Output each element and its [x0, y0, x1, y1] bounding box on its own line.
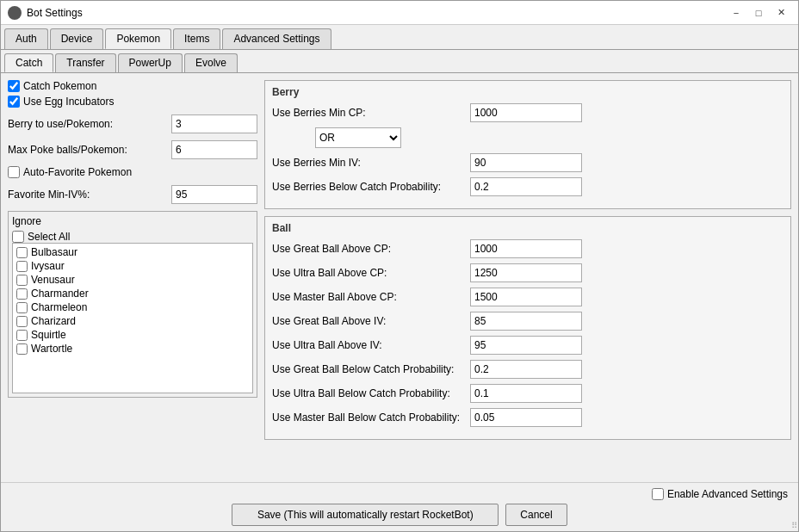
use-berries-min-cp-row: Use Berries Min CP: — [272, 103, 784, 122]
ball-field-input[interactable] — [470, 312, 582, 331]
use-egg-incubators-row: Use Egg Incubators — [8, 96, 257, 108]
tab-transfer[interactable]: Transfer — [55, 53, 115, 72]
enable-advanced-checkbox[interactable] — [652, 488, 664, 500]
bottom-bar: Enable Advanced Settings Save (This will… — [1, 482, 798, 531]
pokemon-checkbox[interactable] — [16, 261, 28, 272]
use-berries-min-cp-input[interactable] — [470, 103, 582, 122]
pokemon-list-inner: BulbasaurIvysaurVenusaurCharmanderCharme… — [13, 244, 252, 357]
tab-catch[interactable]: Catch — [4, 53, 53, 72]
pokemon-checkbox[interactable] — [16, 330, 28, 341]
catch-pokemon-row: Catch Pokemon — [8, 80, 257, 92]
maximize-button[interactable]: □ — [748, 5, 769, 21]
ball-field-row: Use Ultra Ball Below Catch Probability: — [272, 384, 784, 403]
pokemon-checkbox[interactable] — [16, 275, 28, 286]
select-all-label: Select All — [28, 231, 70, 243]
berry-label: Berry to use/Pokemon: — [8, 118, 113, 130]
ball-field-row: Use Ultra Ball Above CP: — [272, 263, 784, 282]
ball-field-input[interactable] — [470, 288, 582, 306]
pokemon-checkbox[interactable] — [16, 302, 28, 313]
max-pokeballs-row: Max Poke balls/Pokemon: — [8, 140, 257, 159]
minimize-button[interactable]: − — [726, 5, 746, 21]
berry-input[interactable] — [171, 114, 257, 133]
ball-field-input[interactable] — [470, 239, 582, 258]
pokemon-name: Wartortle — [31, 343, 72, 355]
ball-field-label: Use Great Ball Below Catch Probability: — [272, 363, 470, 375]
enable-advanced-row: Enable Advanced Settings — [652, 488, 788, 500]
ignore-group: Ignore Select All BulbasaurIvysaurVenusa… — [8, 211, 257, 398]
use-berries-min-iv-row: Use Berries Min IV: — [272, 153, 784, 172]
max-pokeballs-label: Max Poke balls/Pokemon: — [8, 144, 127, 156]
catch-pokemon-label: Catch Pokemon — [23, 80, 96, 92]
ball-field-row: Use Great Ball Above CP: — [272, 239, 784, 258]
pokemon-item: Charmander — [15, 287, 251, 300]
ball-field-row: Use Master Ball Below Catch Probability: — [272, 408, 784, 427]
tab-advanced[interactable]: Advanced Settings — [222, 28, 331, 49]
save-button[interactable]: Save (This will automatically restart Ro… — [232, 504, 499, 526]
ball-field-row: Use Ultra Ball Above IV: — [272, 336, 784, 355]
sub-tab-bar: Catch Transfer PowerUp Evolve — [1, 50, 798, 73]
ball-field-label: Use Ultra Ball Above IV: — [272, 339, 470, 351]
bottom-row1: Enable Advanced Settings — [11, 488, 788, 500]
ball-field-input[interactable] — [470, 336, 582, 355]
tab-items[interactable]: Items — [173, 28, 220, 49]
ball-field-row: Use Master Ball Above CP: — [272, 288, 784, 306]
tab-powerup[interactable]: PowerUp — [118, 53, 183, 72]
pokemon-item: Charmeleon — [15, 300, 251, 314]
left-panel: Catch Pokemon Use Egg Incubators Berry t… — [8, 80, 257, 475]
main-window: Bot Settings − □ ✕ Auth Device Pokemon I… — [0, 0, 799, 532]
ball-field-input[interactable] — [470, 408, 582, 427]
pokemon-item: Squirtle — [15, 328, 251, 342]
resize-handle[interactable]: ⠿ — [791, 521, 797, 530]
content-area: Catch Pokemon Use Egg Incubators Berry t… — [1, 73, 798, 482]
pokemon-name: Bulbasaur — [31, 246, 77, 258]
use-berries-below-cp-input[interactable] — [470, 177, 582, 196]
favorite-iv-input[interactable] — [171, 185, 257, 204]
or-select[interactable]: OR — [315, 127, 401, 148]
ball-group: Ball Use Great Ball Above CP:Use Ultra B… — [264, 216, 791, 440]
enable-advanced-label: Enable Advanced Settings — [667, 488, 788, 500]
pokemon-checkbox[interactable] — [16, 288, 28, 300]
max-pokeballs-input[interactable] — [171, 140, 257, 159]
catch-pokemon-checkbox[interactable] — [8, 80, 20, 92]
tab-evolve[interactable]: Evolve — [184, 53, 238, 72]
pokemon-name: Squirtle — [31, 329, 66, 341]
pokemon-name: Charmeleon — [31, 301, 87, 313]
ball-field-label: Use Ultra Ball Below Catch Probability: — [272, 387, 470, 399]
ball-field-input[interactable] — [470, 360, 582, 379]
cancel-button[interactable]: Cancel — [505, 504, 567, 526]
use-berries-min-cp-label: Use Berries Min CP: — [272, 107, 470, 119]
pokemon-name: Charmander — [31, 288, 89, 300]
select-all-row: Select All — [12, 231, 253, 243]
use-berries-below-cp-label: Use Berries Below Catch Probability: — [272, 181, 470, 193]
use-egg-incubators-checkbox[interactable] — [8, 96, 20, 108]
use-berries-min-iv-input[interactable] — [470, 153, 582, 172]
ball-field-row: Use Great Ball Below Catch Probability: — [272, 360, 784, 379]
pokemon-checkbox[interactable] — [16, 247, 28, 258]
pokemon-item: Venusaur — [15, 273, 251, 287]
favorite-iv-label: Favorite Min-IV%: — [8, 189, 90, 201]
berry-group: Berry Use Berries Min CP: OR Use Berries… — [264, 80, 791, 209]
tab-auth[interactable]: Auth — [4, 28, 48, 49]
pokemon-list[interactable]: BulbasaurIvysaurVenusaurCharmanderCharme… — [12, 243, 253, 393]
pokemon-name: Charizard — [31, 315, 76, 327]
or-row: OR — [272, 127, 784, 148]
title-bar-left: Bot Settings — [8, 6, 83, 20]
auto-favorite-label: Auto-Favorite Pokemon — [23, 166, 132, 178]
tab-device[interactable]: Device — [50, 28, 104, 49]
tab-pokemon[interactable]: Pokemon — [105, 28, 171, 49]
pokemon-checkbox[interactable] — [16, 343, 28, 355]
ball-field-input[interactable] — [470, 263, 582, 282]
close-button[interactable]: ✕ — [771, 5, 791, 21]
right-panel: Berry Use Berries Min CP: OR Use Berries… — [264, 80, 791, 475]
bottom-row2: Save (This will automatically restart Ro… — [11, 504, 788, 526]
ball-field-label: Use Master Ball Below Catch Probability: — [272, 411, 470, 424]
ball-field-label: Use Master Ball Above CP: — [272, 291, 470, 303]
select-all-checkbox[interactable] — [12, 231, 24, 243]
auto-favorite-checkbox[interactable] — [8, 166, 20, 178]
pokemon-checkbox[interactable] — [16, 316, 28, 327]
window-title: Bot Settings — [27, 7, 83, 19]
ball-field-label: Use Great Ball Above CP: — [272, 243, 470, 255]
title-bar: Bot Settings − □ ✕ — [1, 1, 798, 25]
pokemon-item: Wartortle — [15, 342, 251, 356]
ball-field-input[interactable] — [470, 384, 582, 403]
